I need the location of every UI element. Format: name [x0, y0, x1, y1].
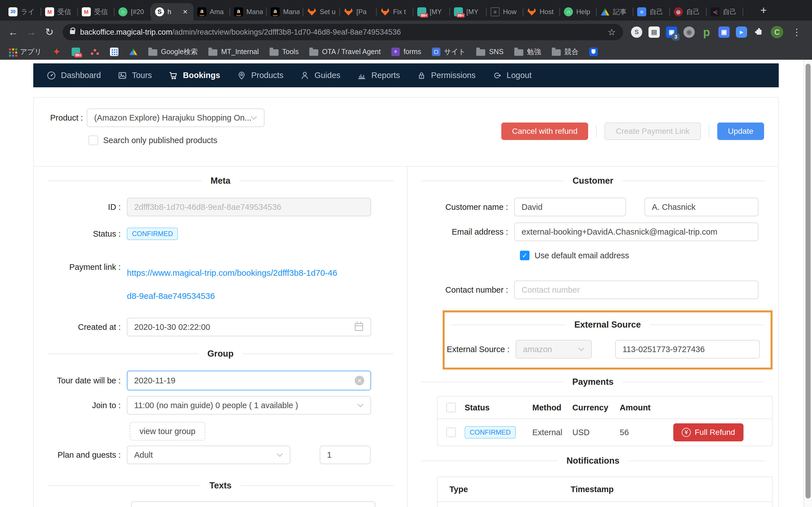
browser-tab[interactable]: Help: [560, 3, 597, 20]
bookmark-item[interactable]: [52, 48, 61, 56]
back-icon[interactable]: [6, 24, 21, 40]
bookmark-star-icon[interactable]: [608, 27, 616, 38]
browser-tab[interactable]: ライ: [4, 3, 41, 20]
address-bar[interactable]: backoffice.magical-trip.com /admin/react…: [63, 24, 623, 40]
nav-item-products[interactable]: Products: [237, 70, 283, 80]
browser-tab[interactable]: Host: [523, 3, 560, 20]
nav-item-bookings[interactable]: Bookings: [168, 70, 220, 80]
cancel-with-refund-button[interactable]: Cancel with refund: [501, 122, 588, 140]
column-header: Amount: [620, 403, 668, 412]
join-to-label: Join to :: [34, 401, 127, 410]
browser-tab[interactable]: [Pa: [340, 3, 377, 20]
nav-item-logout[interactable]: Logout: [492, 70, 532, 80]
bookmark-item[interactable]: [129, 48, 138, 56]
bookmark-item[interactable]: サイト: [432, 47, 466, 56]
browser-tab[interactable]: [MY: [450, 3, 487, 20]
bookmark-item[interactable]: [71, 48, 80, 56]
published-only-checkbox[interactable]: [89, 135, 98, 145]
browser-tab[interactable]: 自己: [633, 3, 670, 20]
bookmark-item[interactable]: [589, 48, 598, 56]
browser-tab[interactable]: How: [487, 3, 523, 20]
nav-item-tours[interactable]: Tours: [117, 70, 152, 80]
nav-item-guides[interactable]: Guides: [300, 70, 340, 80]
guest-count-input[interactable]: 1: [320, 446, 370, 464]
bookmark-item[interactable]: MT_Internal: [208, 48, 259, 56]
chevron-down-icon: [251, 114, 257, 120]
browser-tab[interactable]: 自己: [707, 3, 743, 20]
product-select[interactable]: (Amazon Explore) Harajuku Shopping On...: [87, 108, 264, 127]
payment-method: External: [532, 428, 572, 437]
tag-extension-icon[interactable]: [718, 26, 730, 38]
bookmark-item[interactable]: SNS: [476, 48, 503, 56]
tab-title: Fix t: [393, 8, 409, 16]
tab-close-icon[interactable]: [181, 8, 190, 16]
reload-icon[interactable]: [42, 24, 57, 40]
bookmark-icon: [208, 49, 217, 56]
external-reference-input[interactable]: 113-0251773-9727436: [615, 340, 760, 358]
session-extension-icon[interactable]: [631, 26, 642, 38]
bookmark-item[interactable]: [91, 48, 99, 56]
extensions-puzzle-icon[interactable]: [753, 26, 765, 38]
browser-tab[interactable]: 自己: [670, 3, 707, 20]
bookmark-item[interactable]: 勉強: [514, 47, 541, 56]
bookmark-icon: [269, 49, 278, 56]
external-source-select[interactable]: amazon: [516, 340, 592, 358]
browser-tab[interactable]: 受信: [41, 3, 78, 20]
plan-select[interactable]: Adult: [127, 446, 290, 464]
map-extension-icon[interactable]: [649, 26, 660, 38]
create-payment-link-button[interactable]: Create Payment Link: [605, 122, 701, 140]
join-to-select[interactable]: 11:00 (no main guide) 0 people ( 1 avail…: [127, 396, 371, 414]
last-name-input[interactable]: A. Chasnick: [645, 198, 758, 216]
full-refund-button[interactable]: Full Refund: [673, 424, 744, 441]
first-name-input[interactable]: David: [514, 198, 626, 216]
nav-item-dashboard[interactable]: Dashboard: [46, 70, 101, 80]
forward-icon[interactable]: [24, 24, 39, 40]
contact-number-input[interactable]: Contact number: [514, 281, 758, 299]
tab-favicon: [417, 7, 426, 16]
view-tour-group-button[interactable]: view tour group: [130, 422, 205, 441]
texts-input[interactable]: [131, 501, 375, 507]
email-input[interactable]: external-booking+DavidA.Chasnick@magical…: [514, 223, 758, 241]
video-extension-icon[interactable]: [736, 26, 747, 38]
customer-name-label: Customer name :: [408, 203, 514, 212]
browser-tab[interactable]: h: [151, 3, 193, 20]
browser-tab[interactable]: 受信: [78, 3, 114, 20]
bookmark-icon: [391, 48, 400, 56]
p-extension-icon[interactable]: [701, 26, 712, 38]
use-default-email-checkbox[interactable]: [520, 251, 529, 260]
join-to-row: Join to : 11:00 (no main guide) 0 people…: [34, 396, 407, 414]
bookmark-label: SNS: [489, 48, 503, 56]
created-at-input[interactable]: 2020-10-30 02:22:00: [127, 318, 371, 336]
profile-avatar[interactable]: C: [771, 26, 783, 38]
scrollbar-thumb[interactable]: [806, 64, 811, 499]
browser-tab[interactable]: Mana: [230, 3, 267, 20]
payment-link[interactable]: https://www.magical-trip.com/bookings/2d…: [127, 262, 341, 307]
browser-tab[interactable]: Set u: [303, 3, 340, 20]
browser-tab[interactable]: [MY: [413, 3, 450, 20]
browser-tab[interactable]: [#20: [114, 3, 151, 20]
new-tab-button[interactable]: +: [756, 2, 771, 18]
browser-tab[interactable]: 記事: [597, 3, 633, 20]
nav-item-permissions[interactable]: Permissions: [416, 70, 476, 80]
browser-tab[interactable]: Mana: [267, 3, 303, 20]
screenshot-extension-icon[interactable]: [683, 26, 695, 38]
bookmark-item[interactable]: [110, 48, 118, 56]
browser-menu-icon[interactable]: [790, 27, 804, 38]
password-manager-icon[interactable]: 3: [666, 26, 677, 38]
update-button[interactable]: Update: [717, 122, 764, 140]
bookmark-item[interactable]: Tools: [269, 48, 299, 56]
bookmark-item[interactable]: 競合: [552, 47, 578, 56]
browser-tab[interactable]: Fix t: [377, 3, 413, 20]
bookmark-item[interactable]: OTA / Travel Agent: [309, 48, 380, 56]
row-checkbox[interactable]: [446, 428, 456, 437]
nav-item-reports[interactable]: Reports: [357, 70, 400, 80]
tab-favicon: [8, 7, 17, 16]
bookmark-item[interactable]: アプリ: [8, 47, 42, 56]
tour-date-input[interactable]: 2020-11-19: [127, 371, 371, 390]
select-all-checkbox[interactable]: [446, 403, 456, 412]
browser-tab[interactable]: Ama: [193, 3, 230, 20]
bookmark-item[interactable]: Google検索: [148, 47, 198, 56]
bookmark-item[interactable]: forms: [391, 48, 421, 56]
tab-title: 自己: [650, 7, 666, 16]
clear-icon[interactable]: [355, 376, 364, 385]
